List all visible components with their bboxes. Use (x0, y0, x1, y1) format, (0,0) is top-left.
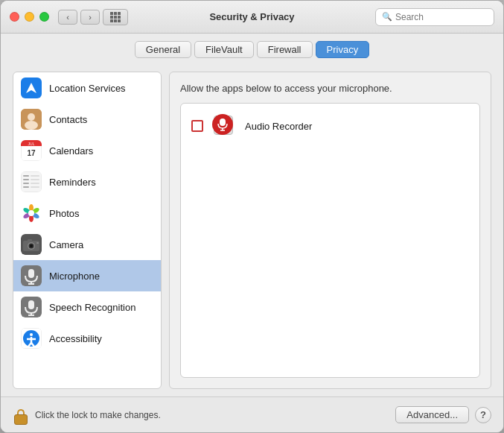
contacts-icon (21, 109, 42, 130)
forward-button[interactable]: › (80, 10, 100, 25)
window: ‹ › Security & Privacy 🔍 General FileVau… (0, 0, 504, 433)
sidebar-item-contacts[interactable]: Contacts (13, 104, 161, 135)
sidebar-item-photos[interactable]: Photos (13, 197, 161, 229)
svg-point-3 (25, 121, 38, 130)
app-mic-overlay (212, 114, 233, 135)
svg-rect-15 (31, 179, 39, 180)
grid-button[interactable] (103, 9, 128, 25)
svg-rect-9 (21, 171, 42, 192)
svg-point-2 (28, 113, 35, 121)
reminders-icon (21, 171, 42, 192)
sidebar-label-microphone: Microphone (49, 271, 100, 282)
bottom-right: Advanced... ? (395, 406, 491, 423)
location-icon (21, 78, 42, 98)
speech-icon (21, 297, 42, 317)
app-item-audio-recorder: Audio Recorder (187, 110, 473, 142)
sidebar-label-photos: Photos (49, 208, 79, 219)
content-area: Location Services Contacts (1, 64, 503, 396)
svg-rect-39 (28, 300, 34, 309)
svg-rect-49 (220, 118, 226, 126)
svg-rect-13 (23, 186, 29, 188)
svg-rect-11 (23, 179, 29, 180)
app-checkbox-audio-recorder[interactable] (191, 120, 203, 132)
sidebar: Location Services Contacts (13, 72, 162, 389)
minimize-button[interactable] (25, 12, 34, 22)
grid-icon (110, 12, 121, 22)
sidebar-item-reminders[interactable]: Reminders (13, 166, 161, 197)
svg-text:JUL: JUL (28, 142, 35, 146)
sidebar-item-camera[interactable]: Camera (13, 229, 161, 260)
camera-icon (21, 234, 42, 255)
apps-list: Audio Recorder (180, 103, 480, 378)
forward-icon: › (89, 13, 92, 22)
main-description: Allow the apps below to access your micr… (180, 83, 480, 94)
app-icon-audio-recorder (211, 113, 237, 139)
svg-point-26 (28, 210, 34, 216)
sidebar-label-accessibility: Accessibility (49, 333, 102, 344)
svg-rect-17 (31, 186, 39, 188)
svg-rect-14 (31, 175, 39, 177)
calendars-icon: 17 JUL (21, 140, 42, 161)
advanced-button[interactable]: Advanced... (395, 406, 469, 423)
lock-label: Click the lock to make changes. (35, 410, 161, 420)
sidebar-item-speech[interactable]: Speech Recognition (13, 291, 161, 323)
svg-point-31 (30, 244, 33, 247)
svg-rect-35 (28, 269, 34, 278)
svg-text:17: 17 (27, 149, 36, 157)
search-input[interactable] (395, 12, 488, 22)
search-box[interactable]: 🔍 (375, 8, 494, 26)
search-icon: 🔍 (382, 12, 392, 22)
maximize-button[interactable] (39, 12, 49, 22)
app-name-audio-recorder: Audio Recorder (245, 121, 312, 132)
back-button[interactable]: ‹ (58, 10, 77, 25)
sidebar-label-contacts: Contacts (49, 114, 87, 125)
svg-marker-0 (26, 83, 36, 93)
photos-icon (21, 203, 42, 224)
accessibility-icon (21, 328, 42, 349)
nav-buttons: ‹ › (58, 10, 100, 25)
tab-general[interactable]: General (135, 41, 191, 58)
back-icon: ‹ (66, 13, 69, 22)
svg-rect-32 (28, 239, 32, 241)
sidebar-item-accessibility[interactable]: Accessibility (13, 323, 161, 354)
svg-rect-16 (31, 183, 39, 184)
sidebar-label-calendars: Calendars (49, 145, 93, 157)
titlebar: ‹ › Security & Privacy 🔍 (1, 1, 503, 34)
sidebar-item-calendars[interactable]: 17 JUL Calendars (13, 135, 161, 166)
close-button[interactable] (10, 12, 19, 22)
lock-icon (13, 405, 29, 425)
svg-rect-12 (23, 183, 29, 184)
sidebar-label-camera: Camera (49, 239, 83, 250)
sidebar-label-location: Location Services (49, 83, 126, 94)
tab-privacy[interactable]: Privacy (316, 41, 370, 58)
sidebar-item-microphone[interactable]: Microphone (13, 260, 161, 291)
tab-filevault[interactable]: FileVault (194, 41, 254, 58)
sidebar-label-reminders: Reminders (49, 177, 96, 188)
sidebar-item-location[interactable]: Location Services (13, 72, 161, 104)
traffic-lights (10, 12, 49, 22)
window-title: Security & Privacy (209, 11, 294, 22)
bottom-bar: Click the lock to make changes. Advanced… (1, 396, 503, 432)
tabs-bar: General FileVault Firewall Privacy (1, 34, 503, 64)
svg-rect-10 (23, 175, 29, 177)
svg-point-44 (30, 333, 33, 336)
lock-button[interactable]: Click the lock to make changes. (13, 405, 161, 425)
sidebar-label-speech: Speech Recognition (49, 302, 135, 313)
svg-rect-33 (36, 242, 39, 244)
microphone-sidebar-icon (21, 265, 42, 286)
main-panel: Allow the apps below to access your micr… (169, 72, 491, 389)
tab-firewall[interactable]: Firewall (257, 41, 313, 58)
help-button[interactable]: ? (475, 407, 491, 423)
